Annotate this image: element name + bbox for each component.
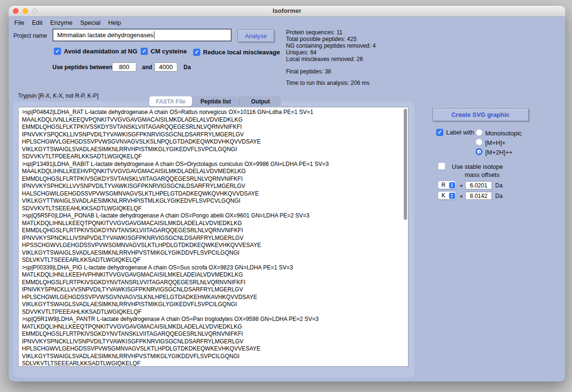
project-name-input[interactable]: Mmmalian lactate dehydrogenases: [52, 29, 232, 41]
residue-k-value: K: [438, 192, 449, 199]
range-conjunction-label: and: [142, 64, 152, 71]
close-button[interactable]: [13, 8, 19, 14]
tab-fasta-file[interactable]: FASTA File: [149, 96, 192, 106]
radio-monoisotopic-label: Monoisotopic: [485, 130, 522, 137]
stable-isotope-checkbox[interactable]: [438, 163, 445, 170]
radio-m-plus-h-label: [M+H]+: [485, 139, 506, 146]
k-offset-input[interactable]: [465, 192, 492, 200]
k-plus-sign: +: [460, 193, 463, 200]
min-mass-input[interactable]: [112, 62, 136, 72]
r-plus-sign: +: [460, 182, 463, 189]
stepper-icon: [449, 193, 455, 199]
scrollbar-thumb[interactable]: [404, 109, 407, 220]
app-window: Isoformer File Edit Enzyme Special Help …: [9, 6, 565, 382]
traffic-lights: [13, 8, 38, 14]
create-svg-button[interactable]: Create SVG graphic: [432, 108, 529, 121]
fasta-content: >sp|P04642|LDHA_RAT L-lactate dehydrogen…: [19, 107, 408, 367]
view-tabs: FASTA File Peptide list Output: [149, 96, 281, 106]
stat-ng-removed: NG containing peptides removed: 4: [286, 42, 376, 49]
stat-protein-sequences: Protein sequences: 11: [286, 29, 376, 36]
menu-edit[interactable]: Edit: [28, 19, 46, 26]
checkmark-icon: ✓: [142, 48, 146, 54]
checkmark-icon: ✓: [194, 49, 199, 55]
enzyme-description: Trypsin [R-X, K-X, not R-P, K-P]: [18, 93, 99, 99]
mass-unit-label: Da: [184, 64, 191, 71]
stat-final-peptides: Final peptides: 38: [286, 68, 376, 75]
checkmark-icon: ✓: [55, 48, 60, 54]
radio-m-plus-2h-label: [M+2H]++: [485, 149, 512, 156]
cm-cysteine-checkbox[interactable]: ✓: [141, 48, 148, 55]
avoid-deamidation-label: Avoid deamidation at NG: [64, 48, 137, 55]
menubar: File Edit Enzyme Special Help: [10, 18, 125, 28]
fasta-textarea[interactable]: >sp|P04642|LDHA_RAT L-lactate dehydrogen…: [18, 107, 409, 367]
zoom-button[interactable]: [32, 8, 38, 14]
text-caret: [154, 31, 155, 39]
analyse-button[interactable]: Analyse: [237, 30, 274, 42]
residue-r-value: R: [438, 182, 449, 188]
analysis-stats: Protein sequences: 11 Total possible pep…: [286, 29, 376, 86]
radio-m-plus-h[interactable]: [476, 139, 482, 145]
cm-cysteine-label: CM cysteine: [151, 48, 187, 55]
project-name-label: Project name: [13, 32, 47, 39]
r-offset-input[interactable]: [465, 181, 492, 189]
max-mass-input[interactable]: [154, 62, 177, 72]
radio-monoisotopic[interactable]: [476, 129, 482, 136]
stat-total-peptides: Total possible peptides: 425: [286, 36, 376, 42]
tab-output[interactable]: Output: [240, 96, 281, 106]
tab-peptide-list[interactable]: Peptide list: [192, 96, 239, 106]
stable-isotope-label-line2: mass offsets: [465, 171, 500, 178]
project-name-value: Mmmalian lactate dehydrogenases: [57, 31, 153, 39]
window-title: Isoformer: [9, 6, 565, 16]
residue-r-popup[interactable]: R: [438, 181, 456, 189]
minimize-button[interactable]: [22, 8, 28, 14]
stat-analysis-time: Time to run this analysis: 206 ms: [286, 80, 376, 86]
stat-uniques: Uniques: 64: [286, 49, 376, 56]
reduce-miscleavage-label: Reduce local miscleavage: [203, 49, 280, 56]
stable-isotope-label-line1: Use stable isotope: [452, 163, 503, 170]
k-offset-unit: Da: [495, 193, 502, 199]
radio-m-plus-2h[interactable]: [476, 148, 482, 155]
residue-k-popup[interactable]: K: [438, 192, 456, 199]
peptide-range-label: Use peptides between: [52, 64, 112, 71]
r-offset-unit: Da: [495, 182, 502, 189]
menu-help[interactable]: Help: [104, 19, 125, 26]
checkmark-icon: ✓: [438, 129, 442, 135]
avoid-deamidation-checkbox[interactable]: ✓: [54, 48, 61, 55]
menu-special[interactable]: Special: [76, 19, 104, 26]
stepper-icon: [449, 182, 455, 188]
titlebar: Isoformer: [9, 6, 565, 17]
stat-miscleaves-removed: Local miscleaves removed: 26: [286, 56, 376, 62]
menu-file[interactable]: File: [10, 19, 28, 26]
menu-enzyme[interactable]: Enzyme: [46, 19, 76, 26]
label-with-label: Label with: [446, 129, 474, 136]
label-with-checkbox[interactable]: ✓: [436, 129, 443, 136]
reduce-miscleavage-checkbox[interactable]: ✓: [193, 49, 200, 56]
